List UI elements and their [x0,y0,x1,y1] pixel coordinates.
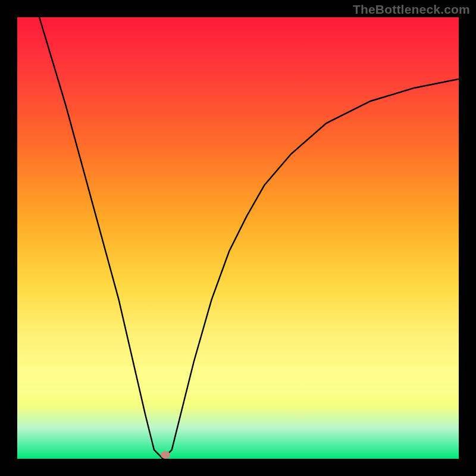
watermark-text: TheBottleneck.com [353,2,470,17]
min-marker-dot [161,451,170,459]
plot-area [17,17,459,459]
curve-layer [17,17,459,459]
bottleneck-curve [39,17,459,459]
chart-frame: TheBottleneck.com [0,0,476,476]
